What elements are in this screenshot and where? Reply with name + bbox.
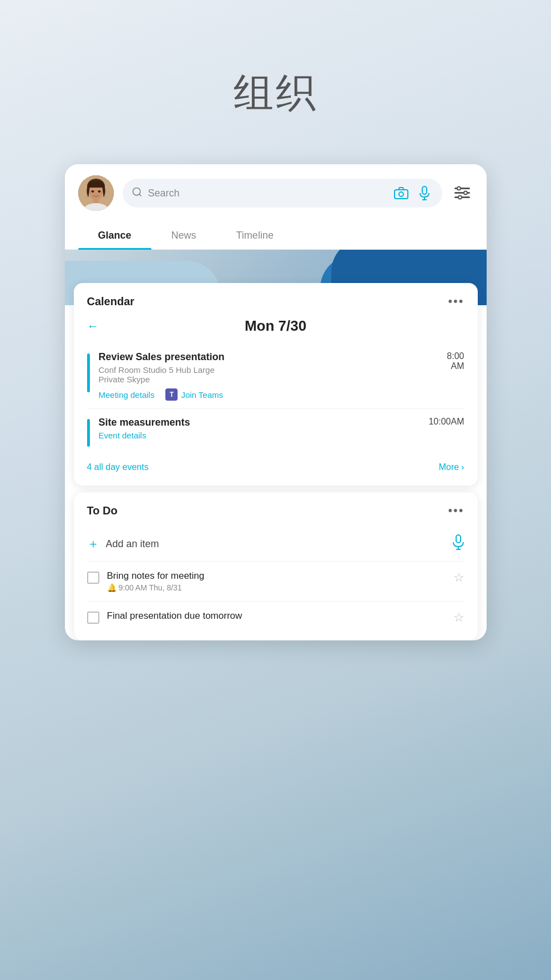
event-bar-1 xyxy=(87,353,90,392)
settings-icon[interactable] xyxy=(451,182,473,204)
tab-news[interactable]: News xyxy=(151,222,216,249)
more-link[interactable]: More › xyxy=(439,462,464,472)
join-teams-label: Join Teams xyxy=(181,390,223,400)
svg-point-10 xyxy=(399,192,403,196)
todo-due-date-1: 9:00 AM Thu, 8/31 xyxy=(119,583,182,592)
tab-bar: Glance News Timeline xyxy=(65,222,487,250)
event-details-link[interactable]: Event details xyxy=(99,431,420,440)
event-item-1: Review Sales presentation Conf Room Stud… xyxy=(87,343,464,409)
search-icon xyxy=(132,186,143,200)
todo-checkbox-1[interactable] xyxy=(87,572,99,584)
header: Search xyxy=(65,164,487,222)
svg-rect-9 xyxy=(395,190,408,199)
search-bar[interactable]: Search xyxy=(123,179,442,208)
svg-rect-11 xyxy=(422,186,427,194)
todo-title-1: Bring notes for meeting xyxy=(107,570,446,582)
date-nav: ← Mon 7/30 xyxy=(87,317,464,335)
page-title: 组织 xyxy=(234,67,318,120)
tab-glance[interactable]: Glance xyxy=(78,222,151,249)
search-input: Search xyxy=(148,188,387,199)
more-chevron-icon: › xyxy=(461,462,464,472)
calendar-title: Calendar xyxy=(87,295,135,308)
more-label: More xyxy=(439,462,459,472)
todo-more-dots[interactable]: ••• xyxy=(448,503,464,518)
todo-content-2: Final presentation due tomorrow xyxy=(107,610,446,623)
all-day-events-label[interactable]: 4 all day events xyxy=(87,462,149,472)
add-item-label: Add an item xyxy=(106,538,159,550)
star-icon-2[interactable]: ☆ xyxy=(453,610,464,625)
svg-line-8 xyxy=(139,194,141,196)
avatar[interactable] xyxy=(78,175,114,211)
calendar-card-header: Calendar ••• xyxy=(87,294,464,309)
svg-rect-20 xyxy=(456,535,461,543)
event-title-1: Review Sales presentation xyxy=(99,351,438,363)
join-teams-button[interactable]: T Join Teams xyxy=(165,388,223,401)
mic-todo-icon[interactable] xyxy=(452,534,464,553)
add-item-left: ＋ Add an item xyxy=(87,536,159,552)
todo-card: To Do ••• ＋ Add an item Bring note xyxy=(74,492,478,640)
event-time-1: 8:00AM xyxy=(447,351,464,371)
calendar-more-dots[interactable]: ••• xyxy=(448,294,464,309)
todo-title-2: Final presentation due tomorrow xyxy=(107,610,446,622)
meeting-details-link[interactable]: Meeting details xyxy=(99,390,155,400)
event-actions-1: Meeting details T Join Teams xyxy=(99,388,438,401)
main-card: Search xyxy=(65,164,487,640)
event-bar-2 xyxy=(87,419,90,447)
todo-title: To Do xyxy=(87,504,118,517)
all-day-row: 4 all day events More › xyxy=(87,454,464,474)
svg-rect-3 xyxy=(93,199,99,203)
svg-point-18 xyxy=(464,191,467,195)
svg-point-5 xyxy=(91,190,94,193)
event-location-1: Conf Room Studio 5 Hub LargePrivate Skyp… xyxy=(99,365,438,384)
todo-checkbox-2[interactable] xyxy=(87,612,99,624)
camera-icon[interactable] xyxy=(392,184,410,202)
todo-due-1: 🔔 9:00 AM Thu, 8/31 xyxy=(107,583,446,592)
teams-icon: T xyxy=(165,388,178,401)
mic-header-icon[interactable] xyxy=(416,184,433,202)
event-content-2: Site measurements Event details xyxy=(99,417,420,440)
todo-item-1: Bring notes for meeting 🔔 9:00 AM Thu, 8… xyxy=(87,562,464,602)
todo-card-header: To Do ••• xyxy=(87,503,464,518)
date-back-arrow[interactable]: ← xyxy=(87,319,99,334)
bell-icon: 🔔 xyxy=(107,583,117,592)
todo-content-1: Bring notes for meeting 🔔 9:00 AM Thu, 8… xyxy=(107,570,446,592)
svg-point-7 xyxy=(133,188,140,195)
add-item-row[interactable]: ＋ Add an item xyxy=(87,527,464,562)
tab-timeline[interactable]: Timeline xyxy=(216,222,294,249)
svg-point-19 xyxy=(458,196,462,199)
event-item-2: Site measurements Event details 10:00AM xyxy=(87,409,464,454)
calendar-card: Calendar ••• ← Mon 7/30 Review Sales pre… xyxy=(74,283,478,486)
star-icon-1[interactable]: ☆ xyxy=(453,570,464,585)
event-title-2: Site measurements xyxy=(99,417,420,428)
svg-point-6 xyxy=(98,190,100,193)
event-time-2: 10:00AM xyxy=(428,417,464,427)
todo-item-2: Final presentation due tomorrow ☆ xyxy=(87,602,464,629)
svg-point-17 xyxy=(457,187,461,190)
plus-icon: ＋ xyxy=(87,536,99,552)
date-label: Mon 7/30 xyxy=(245,317,306,335)
event-content-1: Review Sales presentation Conf Room Stud… xyxy=(99,351,438,401)
